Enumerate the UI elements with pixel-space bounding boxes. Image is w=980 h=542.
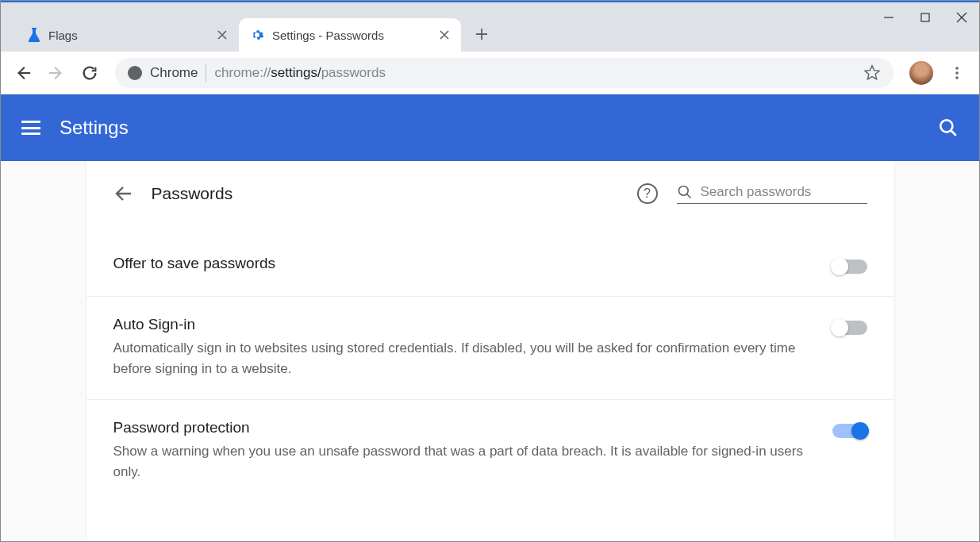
tab-label: Settings - Passwords	[272, 29, 384, 42]
toggle-switch[interactable]	[832, 259, 867, 274]
menu-button[interactable]	[943, 59, 971, 87]
setting-description: Automatically sign in to websites using …	[113, 338, 809, 380]
close-tab-icon[interactable]	[217, 29, 228, 40]
reload-button[interactable]	[75, 59, 104, 87]
svg-point-3	[955, 76, 959, 79]
address-bar[interactable]: Chrome chrome://settings/passwords	[115, 58, 894, 88]
back-arrow-icon[interactable]	[113, 184, 133, 203]
svg-point-5	[678, 186, 688, 195]
omnibox-label: Chrome	[150, 65, 198, 81]
page-title: Passwords	[152, 184, 233, 203]
svg-point-2	[955, 71, 959, 75]
tab-flags[interactable]: Flags	[17, 18, 239, 52]
page-header: Passwords ?	[86, 161, 894, 226]
svg-rect-0	[921, 13, 929, 21]
divider	[206, 64, 206, 82]
omnibox-url: chrome://settings/passwords	[214, 65, 385, 81]
menu-icon[interactable]	[21, 121, 40, 135]
setting-description: Show a warning when you use an unsafe pa…	[113, 441, 809, 483]
toggle-switch[interactable]	[832, 424, 867, 438]
content-panel: Passwords ? Offer to save passwordsAuto …	[86, 161, 895, 542]
bookmark-star-icon[interactable]	[863, 64, 881, 82]
help-icon[interactable]: ?	[637, 183, 658, 204]
search-passwords-box[interactable]	[677, 184, 867, 204]
setting-row: Offer to save passwords	[86, 226, 894, 296]
flask-icon	[28, 28, 40, 42]
search-icon	[677, 184, 693, 200]
svg-point-1	[955, 67, 959, 70]
tab-settings-passwords[interactable]: Settings - Passwords	[239, 18, 461, 52]
search-icon[interactable]	[938, 117, 959, 138]
setting-title: Offer to save passwords	[113, 255, 809, 272]
setting-row: Auto Sign-inAutomatically sign in to web…	[86, 296, 894, 399]
toggle-switch[interactable]	[832, 321, 867, 335]
settings-header: Settings	[1, 94, 979, 161]
profile-avatar[interactable]	[909, 61, 933, 85]
navigation-bar: Chrome chrome://settings/passwords	[1, 52, 979, 94]
chrome-icon	[128, 66, 142, 80]
svg-point-4	[940, 120, 952, 132]
close-tab-icon[interactable]	[439, 29, 450, 40]
setting-title: Auto Sign-in	[113, 316, 809, 333]
maximize-button[interactable]	[907, 6, 943, 29]
close-window-button[interactable]	[943, 6, 980, 29]
search-passwords-input[interactable]	[701, 184, 859, 200]
setting-row: Password protectionShow a warning when y…	[86, 399, 894, 502]
settings-title: Settings	[60, 117, 129, 139]
back-button[interactable]	[9, 59, 37, 87]
minimize-button[interactable]	[870, 6, 907, 29]
setting-title: Password protection	[113, 419, 809, 436]
gear-icon	[250, 28, 264, 42]
window-controls	[870, 2, 980, 33]
tab-label: Flags	[48, 29, 78, 42]
forward-button[interactable]	[42, 59, 71, 87]
tab-bar: Flags Settings - Passwords	[1, 2, 979, 52]
new-tab-button[interactable]	[467, 20, 496, 48]
content-area[interactable]: Passwords ? Offer to save passwordsAuto …	[1, 161, 979, 542]
